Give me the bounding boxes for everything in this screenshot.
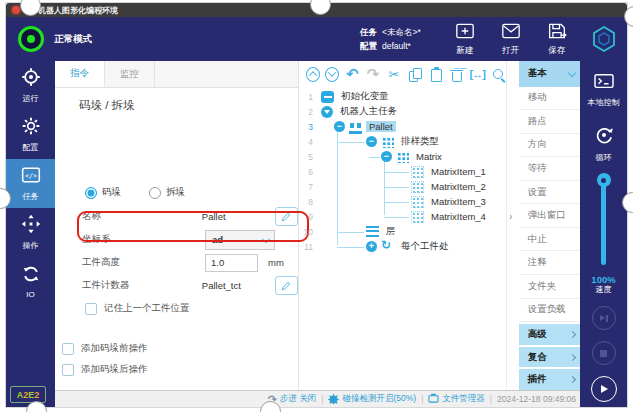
counter-edit-button[interactable]: [275, 276, 298, 295]
panel-section-basic[interactable]: 基本: [519, 61, 580, 87]
tree-row[interactable]: 11 每个工件处: [299, 239, 506, 254]
expand-all-icon[interactable]: [325, 67, 339, 82]
frame-value: ad: [212, 234, 223, 245]
sidebar-item-label: 操作: [23, 240, 39, 251]
tree-row[interactable]: 6 MatrixItem_1: [299, 164, 506, 179]
name-field-row: 名称 Pallet: [55, 205, 298, 228]
panel-item[interactable]: 弹出窗口: [519, 204, 580, 228]
task-label: 任务: [360, 27, 377, 37]
layers-icon: [366, 226, 379, 238]
panel-section[interactable]: 插件: [519, 369, 580, 390]
tree-row[interactable]: 2 机器人主任务: [299, 104, 506, 119]
step-forward-button[interactable]: [592, 306, 616, 330]
redo-icon[interactable]: [365, 66, 381, 83]
name-edit-button[interactable]: [275, 207, 298, 226]
stop-icon: [600, 350, 607, 357]
panel-item[interactable]: 文件夹: [519, 275, 580, 299]
height-label: 工件高度: [82, 256, 205, 269]
paste-icon[interactable]: [428, 66, 444, 83]
counter-label: 工件计数器: [82, 279, 202, 292]
main-area: 指令监控 码垛 / 拆垛 码垛拆垛 名称 Pallet 坐标系 ad: [55, 61, 580, 390]
tree-row[interactable]: 9 MatrixItem_4: [299, 209, 506, 224]
line-number: 10: [299, 227, 315, 237]
extra-checkbox[interactable]: 添加码垛前操作: [62, 342, 298, 355]
task-value: <未命名>*: [382, 27, 421, 37]
robot-task-icon: [321, 106, 333, 118]
radio-option[interactable]: 码垛: [85, 186, 121, 199]
tree-row[interactable]: 4 排样类型: [299, 134, 506, 149]
loop-button[interactable]: 循环: [593, 124, 615, 163]
tree-row-label: Matrix: [413, 151, 445, 162]
collapse-toggle-icon[interactable]: [366, 241, 377, 252]
tree-row[interactable]: 5 Matrix: [299, 149, 506, 164]
tree-row[interactable]: 1 初始化变量: [299, 89, 506, 104]
panel-section[interactable]: 复合: [519, 347, 580, 368]
cut-icon[interactable]: [386, 66, 402, 83]
file-manager-icon: [428, 393, 439, 405]
panel-item[interactable]: 中止: [519, 228, 580, 252]
tree-row[interactable]: 10 层: [299, 224, 506, 239]
tree-connector-line: [337, 131, 338, 245]
tree-row[interactable]: 8 MatrixItem_3: [299, 194, 506, 209]
collapse-toggle-icon[interactable]: [334, 121, 345, 132]
panel-item[interactable]: 注释: [519, 251, 580, 275]
expand-sel-icon[interactable]: [469, 66, 485, 83]
height-input[interactable]: 1.0: [205, 254, 258, 272]
open-icon: [501, 22, 521, 44]
panel-item[interactable]: 方向: [519, 134, 580, 158]
tab[interactable]: 指令: [55, 61, 105, 87]
tree-row[interactable]: 7 MatrixItem_2: [299, 179, 506, 194]
panel-item[interactable]: 移动: [519, 87, 580, 111]
file-manager-status[interactable]: 文件管理器: [428, 393, 485, 405]
collision-status[interactable]: 碰撞检测开启(50%): [328, 393, 416, 406]
save-button[interactable]: 保存: [547, 22, 567, 57]
tree-row-label: 初始化变量: [338, 90, 392, 103]
speed-label: 速度: [591, 285, 615, 295]
line-number: 11: [299, 242, 315, 252]
chevron-down-icon: [262, 234, 270, 242]
panel-item[interactable]: 设置负载: [519, 299, 580, 323]
line-number: 9: [299, 212, 315, 222]
panel-item[interactable]: 路点: [519, 110, 580, 134]
tree-row[interactable]: 3 Pallet: [299, 119, 506, 134]
speed-slider[interactable]: [601, 179, 606, 265]
sidebar-item-config[interactable]: 配置: [6, 110, 55, 159]
local-control-button[interactable]: 本地控制: [588, 73, 620, 108]
new-button[interactable]: 新建: [455, 22, 475, 57]
panel-section[interactable]: 高级: [519, 324, 580, 345]
frame-field-row: 坐标系 ad: [55, 228, 298, 251]
panel-gutter: ›: [506, 61, 519, 390]
window-close-icon[interactable]: [12, 6, 20, 14]
play-button[interactable]: [591, 376, 617, 402]
extra-checkbox[interactable]: 添加码垛后操作: [62, 363, 298, 376]
height-unit: mm: [268, 257, 284, 268]
delete-icon[interactable]: [448, 66, 464, 83]
sidebar-item-task[interactable]: </> 任务: [6, 159, 55, 208]
remember-checkbox[interactable]: 记住上一个工件位置: [85, 302, 298, 315]
speed-readout: 100% 速度: [591, 275, 615, 295]
collapse-toggle-icon[interactable]: [381, 151, 392, 162]
height-field-row: 工件高度 1.0 mm: [55, 251, 298, 274]
stop-button[interactable]: [592, 341, 616, 365]
open-button[interactable]: 打开: [501, 22, 521, 57]
slider-handle[interactable]: [597, 173, 611, 187]
frame-dropdown[interactable]: ad: [205, 230, 275, 250]
header-buttons: 新建 打开 保存: [455, 22, 567, 57]
control-column: 本地控制 循环 100% 速度: [580, 61, 627, 407]
new-button-label: 新建: [456, 45, 473, 57]
tab[interactable]: 监控: [105, 61, 155, 87]
sidebar-item-io[interactable]: IO: [6, 257, 55, 306]
panel-collapse-arrow-icon[interactable]: ›: [509, 211, 512, 222]
search-icon[interactable]: [490, 66, 506, 83]
copy-icon[interactable]: [407, 66, 423, 83]
collapse-all-icon[interactable]: [306, 67, 320, 82]
sidebar-item-run[interactable]: 运行: [6, 61, 55, 110]
radio-option[interactable]: 拆垛: [149, 186, 185, 199]
panel-item[interactable]: 设置: [519, 181, 580, 205]
collapse-toggle-icon[interactable]: [366, 136, 377, 147]
panel-item[interactable]: 等待: [519, 157, 580, 181]
open-button-label: 打开: [502, 45, 519, 57]
center-column: 指令监控 码垛 / 拆垛 码垛拆垛 名称 Pallet 坐标系 ad: [55, 61, 580, 407]
sidebar-item-operate[interactable]: 操作: [6, 208, 55, 257]
undo-icon[interactable]: [344, 66, 360, 83]
